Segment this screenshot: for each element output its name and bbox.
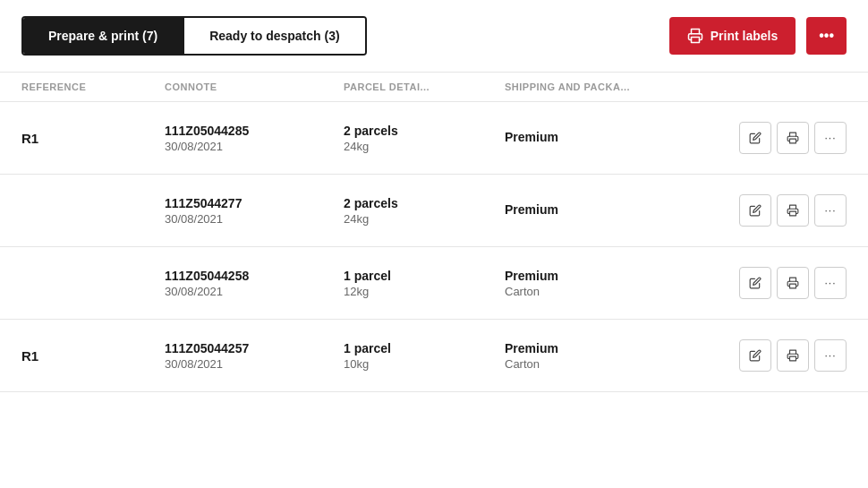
svg-rect-1 (790, 139, 796, 143)
row-more-icon-3: ··· (824, 349, 836, 362)
cell-reference-0: R1 (21, 131, 165, 146)
row-more-button-0[interactable]: ··· (814, 122, 847, 154)
svg-rect-3 (790, 284, 796, 288)
svg-rect-0 (691, 38, 699, 43)
edit-button-3[interactable] (739, 339, 771, 372)
edit-icon-0 (749, 132, 762, 144)
more-options-button[interactable]: ••• (806, 17, 847, 55)
svg-rect-4 (790, 356, 796, 361)
row-more-icon-0: ··· (824, 132, 836, 144)
tab-group: Prepare & print (7) Ready to despatch (3… (21, 16, 367, 56)
edit-icon-1 (749, 204, 762, 217)
connote-date-1: 30/08/2021 (165, 212, 344, 226)
cell-shipping-1: Premium (505, 202, 703, 218)
row-more-button-3[interactable]: ··· (814, 339, 847, 372)
connote-number-2: 111Z05044258 (165, 269, 344, 283)
edit-button-1[interactable] (739, 194, 771, 227)
connote-date-3: 30/08/2021 (165, 357, 344, 371)
print-icon-3 (787, 349, 799, 362)
edit-icon-2 (749, 277, 762, 289)
shipping-type-2: Carton (505, 285, 703, 298)
edit-button-0[interactable] (739, 122, 771, 154)
top-bar: Prepare & print (7) Ready to despatch (3… (0, 0, 868, 73)
edit-button-2[interactable] (739, 267, 771, 299)
cell-parcel-0: 2 parcels 24kg (344, 124, 505, 153)
cell-actions-0: ··· (703, 122, 847, 154)
parcel-count-0: 2 parcels (344, 124, 505, 138)
shipping-type-3: Carton (505, 357, 703, 371)
parcel-weight-2: 12kg (344, 285, 505, 298)
connote-number-0: 111Z05044285 (165, 124, 344, 138)
header-actions (703, 81, 847, 92)
svg-rect-2 (790, 211, 796, 216)
row-more-button-1[interactable]: ··· (814, 194, 847, 227)
parcel-weight-0: 24kg (344, 140, 505, 153)
header-reference: REFERENCE (21, 81, 165, 92)
cell-shipping-0: Premium (505, 130, 703, 146)
table-row: 111Z5044277 30/08/2021 2 parcels 24kg Pr… (0, 175, 868, 247)
edit-icon-3 (749, 349, 762, 362)
table-body: R1 111Z05044285 30/08/2021 2 parcels 24k… (0, 102, 868, 392)
parcel-weight-1: 24kg (344, 212, 505, 226)
parcel-count-3: 1 parcel (344, 341, 505, 355)
print-button-0[interactable] (777, 122, 809, 154)
tab-prepare[interactable]: Prepare & print (7) (23, 18, 183, 54)
cell-parcel-3: 1 parcel 10kg (344, 341, 505, 371)
print-icon-0 (787, 132, 799, 144)
shipping-service-3: Premium (505, 341, 703, 355)
table-header: REFERENCE CONNOTE PARCEL DETAI... SHIPPI… (0, 73, 868, 102)
cell-connote-0: 111Z05044285 30/08/2021 (165, 124, 344, 153)
table-row: R1 111Z05044285 30/08/2021 2 parcels 24k… (0, 102, 868, 175)
cell-actions-1: ··· (703, 194, 847, 227)
row-more-icon-1: ··· (824, 204, 836, 217)
print-button-1[interactable] (777, 194, 809, 227)
connote-number-3: 111Z05044257 (165, 341, 344, 355)
header-connote: CONNOTE (165, 81, 344, 92)
print-button-2[interactable] (777, 267, 809, 299)
connote-number-1: 111Z5044277 (165, 196, 344, 210)
cell-reference-3: R1 (21, 348, 165, 364)
cell-connote-3: 111Z05044257 30/08/2021 (165, 341, 344, 371)
row-more-button-2[interactable]: ··· (814, 267, 847, 299)
print-labels-label: Print labels (711, 29, 778, 43)
cell-actions-3: ··· (703, 339, 847, 372)
cell-parcel-1: 2 parcels 24kg (344, 196, 505, 226)
cell-shipping-3: Premium Carton (505, 341, 703, 371)
connote-date-0: 30/08/2021 (165, 140, 344, 153)
cell-actions-2: ··· (703, 267, 847, 299)
cell-shipping-2: Premium Carton (505, 269, 703, 298)
tab-despatch[interactable]: Ready to despatch (3) (183, 18, 364, 54)
parcel-count-1: 2 parcels (344, 196, 505, 210)
shipping-service-0: Premium (505, 130, 703, 144)
header-shipping: SHIPPING AND PACKA... (505, 81, 703, 92)
table-row: R1 111Z05044257 30/08/2021 1 parcel 10kg… (0, 320, 868, 392)
more-icon: ••• (819, 28, 834, 43)
row-more-icon-2: ··· (824, 277, 836, 289)
print-icon-1 (787, 204, 799, 217)
cell-connote-2: 111Z05044258 30/08/2021 (165, 269, 344, 298)
parcel-weight-3: 10kg (344, 357, 505, 371)
table-row: 111Z05044258 30/08/2021 1 parcel 12kg Pr… (0, 247, 868, 320)
print-labels-button[interactable]: Print labels (669, 17, 796, 55)
cell-connote-1: 111Z5044277 30/08/2021 (165, 196, 344, 226)
print-button-3[interactable] (777, 339, 809, 372)
shipping-service-2: Premium (505, 269, 703, 283)
printer-icon (687, 28, 703, 44)
cell-parcel-2: 1 parcel 12kg (344, 269, 505, 298)
parcel-count-2: 1 parcel (344, 269, 505, 283)
connote-date-2: 30/08/2021 (165, 285, 344, 298)
shipping-service-1: Premium (505, 202, 703, 217)
header-parcel: PARCEL DETAI... (344, 81, 505, 92)
print-icon-2 (787, 277, 799, 289)
